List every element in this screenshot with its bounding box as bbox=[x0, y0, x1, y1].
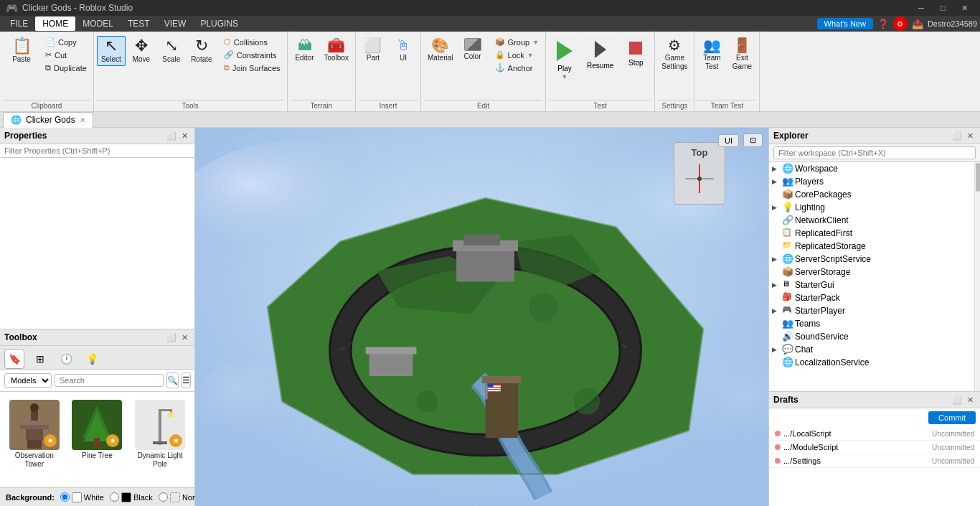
bg-white-option[interactable]: White bbox=[60, 492, 104, 502]
stop-button[interactable]: Stop bbox=[620, 36, 651, 69]
toolbox-item-2[interactable]: ★ Dynamic Light Pole bbox=[130, 396, 190, 483]
select-button[interactable]: ↖ Select bbox=[97, 36, 126, 66]
collisions-button[interactable]: ⬡ Collisions bbox=[220, 36, 284, 48]
toolbox-close-button[interactable]: ✕ bbox=[179, 332, 190, 343]
toolbox-category-select[interactable]: Models bbox=[4, 373, 52, 388]
properties-maximize-button[interactable]: ⬜ bbox=[166, 130, 177, 141]
tree-item-localizationservice[interactable]: ▶ 🌐 LocalizationService bbox=[769, 356, 980, 369]
properties-filter-input[interactable] bbox=[0, 144, 194, 158]
constraints-icon: 🔗 bbox=[224, 50, 234, 60]
exit-game-button[interactable]: 🚪 Exit Game bbox=[727, 36, 756, 73]
tree-item-startergui[interactable]: ▶ 🖥 StarterGui bbox=[769, 278, 980, 291]
scale-icon: ⤡ bbox=[165, 38, 178, 54]
resume-button[interactable]: Resume bbox=[583, 36, 617, 72]
paste-button[interactable]: 📋 Paste bbox=[3, 36, 40, 66]
lock-button[interactable]: 🔒 Lock ▼ bbox=[491, 49, 543, 61]
game-settings-button[interactable]: ⚙ Game Settings bbox=[658, 36, 691, 73]
draft-item-1[interactable]: .../ModuleScript Uncommitted bbox=[769, 441, 980, 454]
tab-close-button[interactable]: ✕ bbox=[80, 116, 85, 124]
viewport-tab[interactable]: 🌐 Clicker Gods ✕ bbox=[3, 112, 93, 128]
toolbox-item-1[interactable]: ★ Pine Tree bbox=[67, 396, 128, 483]
tree-item-replicatedstorage[interactable]: ▶ 📁 ReplicatedStorage bbox=[769, 240, 980, 253]
rotate-icon: ↻ bbox=[195, 38, 208, 54]
tree-item-serverstorage[interactable]: ▶ 📦 ServerStorage bbox=[769, 266, 980, 278]
toolbox-tab-grid[interactable]: ⊞ bbox=[30, 349, 50, 369]
tree-item-serverscriptservice[interactable]: ▶ 🌐 ServerScriptService bbox=[769, 253, 980, 266]
constraints-button[interactable]: 🔗 Constraints bbox=[220, 49, 284, 61]
team-test-button[interactable]: 👥 Team Test bbox=[697, 36, 726, 73]
minimize-button[interactable]: ─ bbox=[911, 1, 931, 15]
tree-item-lighting[interactable]: ▶ 💡 Lighting bbox=[769, 201, 980, 214]
toolbox-tab-lightbulb[interactable]: 💡 bbox=[82, 349, 102, 369]
serverscriptservice-icon: 🌐 bbox=[782, 253, 793, 265]
share-icon[interactable]: 📤 bbox=[912, 19, 923, 29]
toolbox-terrain-button[interactable]: 🧰 Toolbox bbox=[321, 36, 352, 65]
tree-item-chat[interactable]: ▶ 💬 Chat bbox=[769, 343, 980, 356]
toolbox-tab-bookmark[interactable]: 🔖 bbox=[4, 349, 24, 369]
toolbox-search-button[interactable]: 🔍 bbox=[166, 373, 179, 388]
close-button[interactable]: ✕ bbox=[954, 1, 974, 15]
ui-button[interactable]: 🖱 UI bbox=[389, 36, 418, 65]
rotate-button[interactable]: ↻ Rotate bbox=[187, 36, 216, 66]
menu-view[interactable]: VIEW bbox=[157, 17, 194, 31]
explorer-maximize-button[interactable]: ⬜ bbox=[951, 130, 963, 141]
editor-button[interactable]: 🏔 Editor bbox=[291, 36, 319, 65]
tree-item-corepackages[interactable]: ▶ 📦 CorePackages bbox=[769, 188, 980, 201]
whats-new-button[interactable]: What's New bbox=[817, 18, 873, 29]
group-button[interactable]: 📦 Group ▼ bbox=[491, 36, 543, 48]
part-button[interactable]: ⬜ Part bbox=[359, 36, 387, 65]
menu-bar: FILE HOME MODEL TEST VIEW PLUGINS What's… bbox=[0, 16, 980, 32]
menu-model[interactable]: MODEL bbox=[75, 17, 121, 31]
viewport-ui-button[interactable]: UI bbox=[718, 134, 739, 147]
menu-file[interactable]: FILE bbox=[3, 17, 35, 31]
scale-button[interactable]: ⤡ Scale bbox=[157, 36, 186, 66]
select-icon: ↖ bbox=[105, 38, 118, 54]
viewport-toggle-button[interactable]: ⊡ bbox=[743, 133, 763, 147]
menu-test[interactable]: TEST bbox=[121, 17, 157, 31]
color-button[interactable]: Color bbox=[458, 36, 487, 72]
toolbox-tab-clock[interactable]: 🕐 bbox=[56, 349, 76, 369]
explorer-filter-input[interactable] bbox=[773, 146, 976, 159]
tree-item-players[interactable]: ▶ 👥 Players bbox=[769, 175, 980, 188]
drafts-close-button[interactable]: ✕ bbox=[964, 394, 976, 406]
toolbox-search-input[interactable] bbox=[55, 374, 164, 387]
tree-item-starterpack[interactable]: ▶ 🎒 StarterPack bbox=[769, 291, 980, 304]
anchor-button[interactable]: ⚓ Anchor bbox=[491, 62, 543, 74]
draft-item-0[interactable]: .../LocalScript Uncommitted bbox=[769, 427, 980, 441]
explorer-close-button[interactable]: ✕ bbox=[964, 130, 976, 141]
toolbox-item-0[interactable]: ★ Observation Tower bbox=[4, 396, 65, 483]
tree-item-workspace[interactable]: ▶ 🌐 Workspace bbox=[769, 162, 980, 175]
menu-plugins[interactable]: PLUGINS bbox=[193, 17, 245, 31]
tree-item-replicatedfirst[interactable]: ▶ 📋 ReplicatedFirst bbox=[769, 227, 980, 240]
duplicate-button[interactable]: ⧉ Duplicate bbox=[42, 62, 90, 74]
tree-item-teams[interactable]: ▶ 👥 Teams bbox=[769, 317, 980, 330]
help-icon[interactable]: ❓ bbox=[877, 19, 889, 29]
title-bar: 🎮 Clicker Gods - Roblox Studio ─ □ ✕ bbox=[0, 0, 980, 16]
drafts-maximize-button[interactable]: ⬜ bbox=[951, 394, 963, 406]
join-surfaces-button[interactable]: ⧉ Join Surfaces bbox=[220, 62, 284, 74]
toolbox-filter-button[interactable]: ☰ bbox=[182, 373, 191, 388]
copy-button[interactable]: 📄 Copy bbox=[42, 36, 90, 48]
properties-close-button[interactable]: ✕ bbox=[179, 130, 190, 141]
menu-home[interactable]: HOME bbox=[35, 17, 75, 31]
play-button[interactable]: Play ▼ bbox=[549, 36, 580, 83]
settings-icon[interactable]: ⚙ bbox=[893, 17, 908, 31]
maximize-button[interactable]: □ bbox=[933, 1, 953, 15]
serverstorage-icon: 📦 bbox=[782, 266, 793, 278]
tree-item-soundservice[interactable]: ▶ 🔊 SoundService bbox=[769, 330, 980, 343]
commit-button[interactable]: Commit bbox=[928, 411, 976, 424]
toolbox-maximize-button[interactable]: ⬜ bbox=[166, 332, 177, 343]
move-button[interactable]: ✥ Move bbox=[127, 36, 156, 66]
cut-button[interactable]: ✂ Cut bbox=[42, 49, 90, 61]
move-icon: ✥ bbox=[135, 38, 148, 54]
bg-black-option[interactable]: Black bbox=[110, 492, 153, 502]
tree-item-starterplayer[interactable]: ▶ 🎮 StarterPlayer bbox=[769, 304, 980, 317]
svg-point-5 bbox=[30, 403, 39, 412]
tree-item-networkclient[interactable]: ▶ 🔗 NetworkClient bbox=[769, 214, 980, 227]
svg-rect-37 bbox=[488, 383, 494, 388]
draft-item-2[interactable]: .../Settings Uncommitted bbox=[769, 454, 980, 468]
material-button[interactable]: 🎨 Material bbox=[424, 36, 457, 65]
tools-label: Tools bbox=[97, 100, 284, 111]
soundservice-icon: 🔊 bbox=[782, 331, 793, 342]
viewport[interactable]: Top UI ⊡ bbox=[195, 128, 768, 506]
